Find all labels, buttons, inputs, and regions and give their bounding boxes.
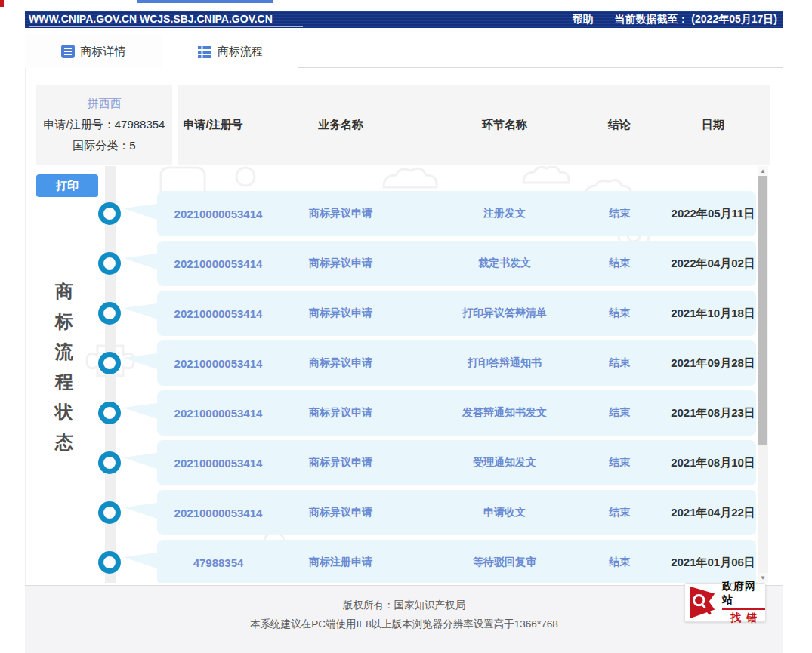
cell-app-no[interactable]: 20210000053414 <box>174 208 263 220</box>
header-business: 业务名称 <box>318 118 363 132</box>
cell-business: 商标异议申请 <box>309 306 372 320</box>
timeline-node-icon <box>98 302 121 325</box>
process-row-card: 20210000053414 商标异议申请 申请收文 结束 2021年04月22… <box>157 490 756 535</box>
cell-date: 2022年05月11日 <box>672 207 755 221</box>
cell-step: 受理通知发文 <box>473 456 536 470</box>
cell-conclusion: 结束 <box>609 306 630 320</box>
cell-app-no[interactable]: 20210000053414 <box>174 257 263 270</box>
top-hairline <box>0 8 812 8</box>
cell-business: 商标注册申请 <box>309 556 372 569</box>
process-row-card: 20210000053414 商标异议申请 注册发文 结束 2022年05月11… <box>157 191 756 236</box>
cell-date: 2021年04月22日 <box>671 506 755 520</box>
cell-step: 打印异议答辩清单 <box>462 306 547 320</box>
cell-conclusion: 结束 <box>609 356 630 370</box>
cell-app-no[interactable]: 47988354 <box>193 556 244 569</box>
top-edge-strip <box>0 0 812 11</box>
cell-business: 商标异议申请 <box>309 207 372 220</box>
timeline-node-icon <box>98 252 121 275</box>
timeline-node-icon <box>98 451 121 474</box>
cell-business: 商标异议申请 <box>309 506 372 519</box>
process-row-card: 47988354 商标注册申请 等待驳回复审 结束 2021年01月06日 <box>157 540 756 583</box>
table-header: 申请/注册号 业务名称 环节名称 结论 日期 <box>178 85 770 165</box>
cell-date: 2021年09月28日 <box>671 356 755 371</box>
cell-date: 2021年08月23日 <box>671 406 755 420</box>
print-button[interactable]: 打印 <box>36 174 98 197</box>
badge-find-error-label: 找错 <box>725 611 762 625</box>
table-row: 20210000053414 商标异议申请 发答辩通知书发文 结束 2021年0… <box>25 390 758 436</box>
scroll-thumb[interactable] <box>758 176 767 445</box>
header-conclusion: 结论 <box>608 118 631 132</box>
table-row: 20210000053414 商标异议申请 打印答辩通知书 结束 2021年09… <box>25 340 758 386</box>
header-date: 日期 <box>702 118 724 132</box>
data-cutoff-label: 当前数据截至： (2022年05月17日) <box>614 13 777 26</box>
gov-error-report-badge[interactable]: 政府网站 找错 <box>684 583 766 622</box>
timeline-node-icon <box>98 202 121 225</box>
cell-date: 2021年10月18日 <box>671 306 755 321</box>
table-row: 20210000053414 商标异议申请 打印异议答辩清单 结束 2021年1… <box>25 291 758 336</box>
tab-trademark-process[interactable]: 商标流程 <box>162 35 298 69</box>
cell-conclusion: 结束 <box>609 556 630 569</box>
trademark-name: 拼西西 <box>88 97 122 111</box>
cell-step: 打印答辩通知书 <box>468 356 542 370</box>
tab-process-label: 商标流程 <box>218 45 263 59</box>
table-row: 20210000053414 商标异议申请 申请收文 结束 2021年04月22… <box>25 490 758 535</box>
domain-bar: WWW.CNIPA.GOV.CN WCJS.SBJ.CNIPA.GOV.CN 帮… <box>25 11 783 28</box>
timeline-node-icon <box>98 352 121 374</box>
cell-conclusion: 结束 <box>609 506 630 519</box>
header-step: 环节名称 <box>482 118 527 132</box>
flag-magnifier-icon <box>688 585 718 620</box>
timeline-node-icon <box>98 551 121 574</box>
vertical-title: 商 标 流 程 状 态 <box>53 276 76 457</box>
cell-app-no[interactable]: 20210000053414 <box>174 307 263 320</box>
tab-bar: 商标详情 商标流程 <box>25 35 783 68</box>
timeline-node-icon <box>98 402 121 424</box>
cell-conclusion: 结束 <box>609 456 630 470</box>
trademark-info-box: 拼西西 申请/注册号：47988354 国际分类：5 <box>36 85 172 165</box>
cell-app-no[interactable]: 20210000053414 <box>174 457 263 470</box>
active-tab-accent <box>137 0 273 3</box>
registration-number: 申请/注册号：47988354 <box>44 118 165 132</box>
cell-app-no[interactable]: 20210000053414 <box>174 407 263 420</box>
domain-text: WWW.CNIPA.GOV.CN WCJS.SBJ.CNIPA.GOV.CN <box>29 11 303 27</box>
cell-conclusion: 结束 <box>609 207 630 220</box>
tab-trademark-details[interactable]: 商标详情 <box>25 35 162 68</box>
details-list-icon <box>61 45 75 58</box>
help-link[interactable]: 帮助 <box>572 13 593 26</box>
cell-step: 申请收文 <box>483 506 526 519</box>
cell-conclusion: 结束 <box>609 257 630 270</box>
cell-business: 商标异议申请 <box>309 456 372 470</box>
cell-business: 商标异议申请 <box>309 356 372 370</box>
trademark-process-page: WWW.CNIPA.GOV.CN WCJS.SBJ.CNIPA.GOV.CN 帮… <box>0 0 812 653</box>
process-grid-icon <box>198 45 211 59</box>
copyright-line: 版权所有：国家知识产权局 <box>25 599 783 612</box>
table-row: 20210000053414 商标异议申请 注册发文 结束 2022年05月11… <box>25 191 758 236</box>
process-row-card: 20210000053414 商标异议申请 打印答辩通知书 结束 2021年09… <box>157 340 756 386</box>
browser-advice-line: 本系统建议在PC端使用IE8以上版本浏览器分辨率设置高于1366*768 <box>25 618 783 631</box>
process-row-card: 20210000053414 商标异议申请 发答辩通知书发文 结束 2021年0… <box>157 390 756 436</box>
table-row: 20210000053414 商标异议申请 裁定书发文 结束 2022年04月0… <box>25 241 758 286</box>
cell-step: 裁定书发文 <box>478 257 531 270</box>
process-row-card: 20210000053414 商标异议申请 打印异议答辩清单 结束 2021年1… <box>157 291 756 336</box>
tab-details-label: 商标详情 <box>81 45 126 59</box>
cell-date: 2021年08月10日 <box>671 456 755 470</box>
table-row: 47988354 商标注册申请 等待驳回复审 结束 2021年01月06日 <box>25 540 758 583</box>
process-row-card: 20210000053414 商标异议申请 裁定书发文 结束 2022年04月0… <box>157 241 756 286</box>
process-timeline: 20210000053414 商标异议申请 注册发文 结束 2022年05月11… <box>25 166 758 583</box>
cell-app-no[interactable]: 20210000053414 <box>174 357 263 370</box>
cell-step: 等待驳回复审 <box>473 556 536 569</box>
cell-date: 2022年04月02日 <box>671 257 755 271</box>
cell-app-no[interactable]: 20210000053414 <box>174 507 263 519</box>
cell-conclusion: 结束 <box>609 406 630 420</box>
badge-gov-site-label: 政府网站 <box>722 580 765 610</box>
cell-business: 商标异议申请 <box>309 406 372 420</box>
table-row: 20210000053414 商标异议申请 受理通知发文 结束 2021年08月… <box>25 440 758 485</box>
timeline-node-icon <box>98 501 121 524</box>
scroll-up-arrow[interactable]: ▲ <box>758 166 768 176</box>
cell-step: 发答辩通知书发文 <box>462 406 547 420</box>
footer: 版权所有：国家知识产权局 本系统建议在PC端使用IE8以上版本浏览器分辨率设置高… <box>25 585 783 653</box>
international-class: 国际分类：5 <box>73 139 135 153</box>
cell-step: 注册发文 <box>483 207 526 220</box>
vertical-scrollbar[interactable]: ▲ ▼ <box>758 166 768 583</box>
header-app-no: 申请/注册号 <box>183 118 242 132</box>
cell-date: 2021年01月06日 <box>671 556 755 570</box>
